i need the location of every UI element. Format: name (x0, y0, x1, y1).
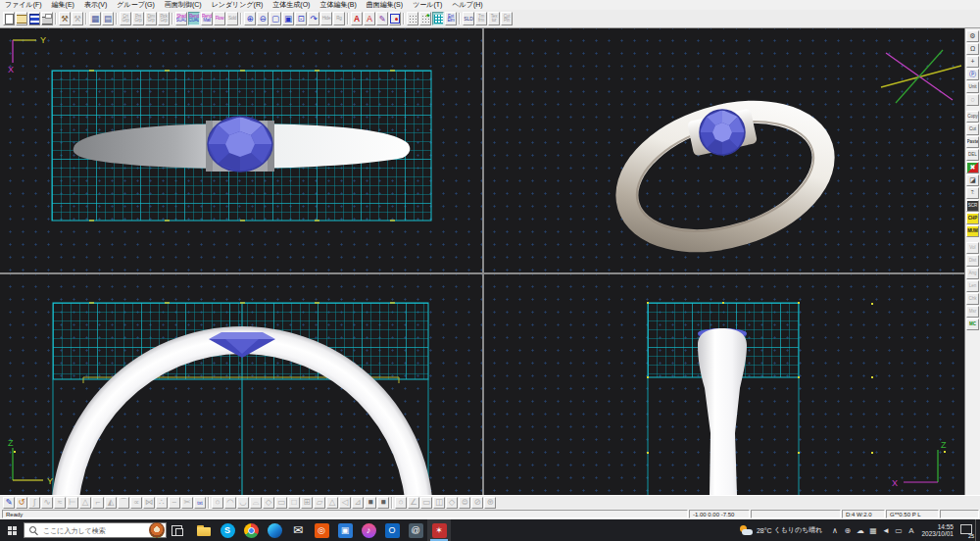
surface-tool-1[interactable]: ○ (212, 497, 223, 509)
edit-tool-8[interactable]: ⊛ (484, 497, 496, 509)
app-orange[interactable]: ◎ (310, 519, 333, 541)
shade-smooth-button[interactable]: ■ (377, 497, 389, 509)
cloud-icon[interactable]: ☁ (854, 519, 866, 541)
edit-tool-6[interactable]: ⊜ (459, 497, 470, 509)
save-button[interactable] (28, 12, 40, 25)
menu-edit[interactable]: 編集(E) (47, 0, 79, 10)
sld-button[interactable]: SLD (463, 12, 474, 25)
shade-flat-button[interactable]: ■ (365, 497, 376, 509)
edit-tool-3[interactable]: ▭ (420, 497, 432, 509)
surface-tool-4[interactable]: ⌓ (250, 497, 262, 509)
edit-tool-2[interactable]: ∠ (408, 497, 419, 509)
measure-button[interactable]: Msr (966, 306, 979, 318)
gem-tool-button[interactable]: Ⓟ (966, 69, 979, 80)
regen-button[interactable]: Rg (333, 12, 345, 25)
text-label-button[interactable]: txt (194, 497, 206, 509)
surface-tool-7[interactable]: □ (288, 497, 300, 509)
mc-dist-button[interactable]: MC (966, 319, 979, 330)
cut-button[interactable]: Cut (966, 123, 979, 135)
zoom-previous-button[interactable]: ⊡ (295, 12, 307, 25)
notification-center-button[interactable]: 25 (957, 519, 975, 541)
app-at[interactable]: @ (404, 519, 427, 541)
app-chrome[interactable] (239, 519, 263, 541)
move-tool-button[interactable]: + (966, 56, 979, 68)
dim-group-button[interactable]: Dim Grp (145, 12, 157, 25)
pen-annotate-button[interactable]: ✎ (376, 12, 388, 25)
volume-icon[interactable]: ◄ (879, 519, 892, 541)
eraser-tool-button[interactable]: ◪ (966, 174, 979, 186)
curve-tool-7[interactable]: ◭ (105, 497, 117, 509)
zoom-in-button[interactable]: ⊕ (244, 12, 256, 25)
menu-group[interactable]: グループ(G) (112, 0, 160, 10)
grid-display-button[interactable] (432, 12, 444, 25)
text-button[interactable]: A (364, 12, 375, 25)
scr-button[interactable]: SCR (966, 200, 979, 212)
curve-tool-4[interactable]: ⊢ (67, 497, 78, 509)
viewport-splitter-vertical[interactable] (482, 28, 484, 495)
show-desktop-button[interactable] (975, 519, 980, 541)
check-button[interactable]: Chk (966, 293, 979, 305)
zoom-extents-button[interactable]: ▣ (282, 12, 294, 25)
app-edge[interactable] (263, 519, 286, 541)
curve-pen-button[interactable]: ✎ (3, 497, 15, 509)
zoom-out-button[interactable]: ⊖ (257, 12, 269, 25)
mum-button[interactable]: MUM (966, 225, 979, 237)
curve-spiral-button[interactable]: ↺ (16, 497, 27, 509)
edit-tool-4[interactable]: ◫ (433, 497, 445, 509)
grid-points-button[interactable] (407, 12, 418, 25)
surface-tool-12[interactable]: ⊿ (352, 497, 364, 509)
open-file-button[interactable] (16, 12, 27, 25)
curve-tool-3[interactable]: ≈ (54, 497, 66, 509)
curve-tool-13[interactable]: ✂ (181, 497, 193, 509)
viewport-perspective-view[interactable] (484, 28, 964, 272)
taskbar-search[interactable] (24, 522, 167, 538)
hidden-icons-chevron[interactable]: ∧ (828, 519, 841, 541)
curve-tool-2[interactable]: ∿ (41, 497, 53, 509)
curve-tool-6[interactable]: ⌐ (92, 497, 104, 509)
start-button[interactable] (0, 519, 24, 541)
surface-tool-11[interactable]: ◁ (339, 497, 351, 509)
surface-tool-6[interactable]: ▭ (275, 497, 287, 509)
grid-snap-button[interactable]: * (419, 12, 431, 25)
pick-group-button[interactable]: Pick Grp (158, 12, 170, 25)
shading-visual-button[interactable]: Shad SUAL (175, 12, 187, 25)
search-highlight-icon[interactable] (149, 522, 165, 538)
menu-screen-control[interactable]: 画面制御(C) (160, 0, 207, 10)
cut-plane-button[interactable]: Cut Pln (501, 12, 513, 25)
weather-widget[interactable]: 28°C くもりのち晴れ (739, 524, 823, 537)
layer-list-button[interactable]: ▤ (102, 12, 114, 25)
angle-measure-button[interactable]: Ang (966, 268, 979, 279)
app-file-explorer[interactable] (192, 519, 216, 541)
hide-button[interactable]: Hide (320, 12, 332, 25)
viewport-side-view[interactable]: Z X (484, 274, 964, 495)
circle-tool-button[interactable]: ◌ (966, 94, 979, 106)
length-measure-button[interactable]: Len (966, 280, 979, 292)
task-view-button[interactable] (167, 519, 188, 541)
dimension-button[interactable] (389, 12, 401, 25)
menu-solid-edit[interactable]: 立体編集(B) (315, 0, 361, 10)
curve-tool-12[interactable]: − (169, 497, 180, 509)
curve-tool-5[interactable]: △ (79, 497, 91, 509)
toggle-visibility-button[interactable]: ✖ (966, 162, 979, 173)
surface-tool-3[interactable]: ◡ (237, 497, 249, 509)
display-icon[interactable]: ▭ (892, 519, 905, 541)
point-group-button[interactable]: Pnt Grp (132, 12, 144, 25)
ime-icon[interactable]: A (905, 519, 917, 541)
app-outlook[interactable]: O (380, 519, 404, 541)
menu-tools[interactable]: ツール(T) (408, 0, 447, 10)
app-skype[interactable]: S (216, 519, 239, 541)
menu-file[interactable]: ファイル(F) (0, 0, 47, 10)
edit-tool-7[interactable]: ⊘ (471, 497, 483, 509)
solid-view-button[interactable]: Sold (226, 12, 238, 25)
pan-view-button[interactable]: ↷ (308, 12, 319, 25)
ring-tool-button[interactable]: Ω (966, 43, 979, 55)
apps-grid-icon[interactable]: ▦ (866, 519, 879, 541)
menu-rendering[interactable]: レンダリング(R) (207, 0, 269, 10)
viewport-splitter-horizontal[interactable] (0, 272, 964, 274)
viewport-top-view[interactable]: Y X (0, 28, 482, 272)
edit-tool-1[interactable]: ○ (395, 497, 407, 509)
menu-view[interactable]: 表示(V) (79, 0, 112, 10)
settings-tool-button[interactable]: ⚙ (966, 30, 979, 42)
surface-tool-5[interactable]: ◇ (263, 497, 274, 509)
material-pour-button[interactable]: ⚒ (59, 12, 71, 25)
